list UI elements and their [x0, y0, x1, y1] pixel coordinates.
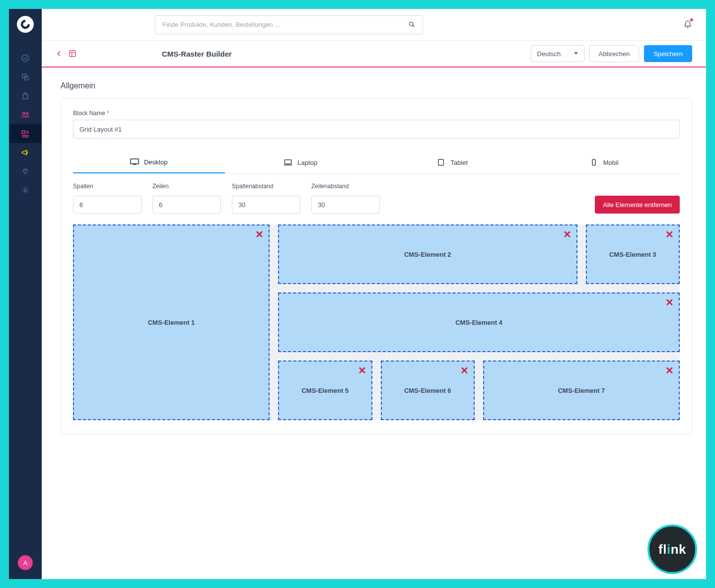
tablet-icon	[436, 159, 445, 166]
grid-canvas[interactable]: CMS-Element 1✕CMS-Element 2✕CMS-Element …	[73, 224, 680, 420]
back-button[interactable]	[56, 50, 63, 57]
close-icon[interactable]: ✕	[665, 366, 674, 375]
chevron-left-icon	[56, 50, 63, 57]
flink-logo: flink	[647, 524, 697, 574]
svg-point-11	[410, 22, 414, 26]
rows-input[interactable]	[152, 196, 221, 214]
app-logo[interactable]	[17, 16, 34, 33]
nav-plugin[interactable]	[9, 162, 42, 181]
tab-desktop-label: Desktop	[144, 158, 168, 166]
cms-element-label: CMS-Element 5	[301, 387, 349, 394]
search-input[interactable]	[162, 21, 403, 28]
remove-all-button[interactable]: Alle Elemente entfernen	[595, 196, 680, 214]
svg-rect-18	[285, 160, 292, 164]
nav-users[interactable]	[9, 105, 42, 124]
subbar: CMS-Raster Builder Deutsch Abbrechen Spe…	[42, 41, 706, 68]
bag-icon	[21, 91, 30, 100]
block-name-input[interactable]	[73, 120, 680, 139]
rows-label: Zeilen	[152, 183, 221, 190]
sidebar: A	[9, 9, 42, 579]
laptop-icon	[284, 159, 292, 166]
search-input-wrap[interactable]	[155, 15, 423, 34]
notifications-button[interactable]	[683, 19, 692, 30]
close-icon[interactable]: ✕	[255, 229, 264, 239]
colgap-label: Spaltenabstand	[232, 183, 300, 190]
svg-rect-21	[592, 159, 595, 165]
svg-line-12	[413, 25, 414, 27]
avatar[interactable]: A	[18, 555, 33, 570]
tab-mobile[interactable]: Mobil	[528, 151, 680, 173]
cms-element-label: CMS-Element 3	[609, 251, 656, 258]
section-title-general: Allgemein	[61, 81, 692, 90]
plug-icon	[21, 167, 30, 176]
cms-element[interactable]: CMS-Element 4✕	[278, 293, 680, 352]
nav-settings[interactable]	[9, 181, 42, 200]
columns-label: Spalten	[73, 183, 142, 190]
layout-icon	[69, 50, 76, 58]
close-icon[interactable]: ✕	[665, 297, 674, 307]
nav-dashboard[interactable]	[9, 49, 42, 68]
nav-cms[interactable]	[9, 124, 42, 143]
mobile-icon	[589, 159, 598, 166]
cms-element-label: CMS-Element 4	[455, 319, 502, 326]
users-icon	[21, 110, 30, 119]
svg-rect-20	[438, 159, 444, 165]
notification-dot	[690, 18, 693, 21]
svg-rect-16	[131, 159, 139, 164]
cms-element[interactable]: CMS-Element 1✕	[73, 224, 270, 420]
topbar	[42, 9, 706, 41]
gear-icon	[21, 186, 30, 195]
cms-element-label: CMS-Element 2	[404, 251, 451, 258]
cancel-button[interactable]: Abbrechen	[589, 45, 640, 62]
language-value: Deutsch	[537, 50, 561, 58]
colgap-input[interactable]	[232, 196, 300, 214]
tab-tablet-label: Tablet	[450, 159, 468, 166]
svg-point-3	[23, 112, 25, 115]
save-button[interactable]: Speichern	[644, 45, 692, 62]
cms-element-label: CMS-Element 1	[148, 319, 195, 326]
rowgap-label: Zeilenabstand	[311, 183, 380, 190]
cms-element-label: CMS-Element 7	[558, 387, 605, 394]
tab-mobile-label: Mobil	[603, 159, 619, 166]
tab-desktop[interactable]: Desktop	[73, 151, 225, 173]
block-name-label: Block Name *	[73, 110, 680, 117]
cms-element[interactable]: CMS-Element 5✕	[278, 361, 372, 420]
svg-point-10	[24, 189, 27, 192]
close-icon[interactable]: ✕	[460, 366, 469, 375]
megaphone-icon	[21, 148, 30, 157]
close-icon[interactable]: ✕	[665, 229, 674, 239]
tab-laptop[interactable]: Laptop	[225, 151, 377, 173]
svg-rect-5	[22, 131, 25, 134]
close-icon[interactable]: ✕	[563, 229, 572, 239]
svg-point-4	[26, 113, 28, 115]
rowgap-input[interactable]	[311, 196, 380, 214]
cms-element[interactable]: CMS-Element 2✕	[278, 224, 577, 284]
svg-rect-17	[133, 164, 136, 165]
svg-rect-13	[70, 51, 75, 57]
language-select[interactable]: Deutsch	[531, 45, 584, 62]
cms-element[interactable]: CMS-Element 6✕	[381, 361, 475, 420]
nav-marketing[interactable]	[9, 143, 42, 162]
tab-laptop-label: Laptop	[297, 159, 317, 166]
device-tabs: Desktop Laptop Tablet Mobil	[73, 151, 680, 174]
tab-tablet[interactable]: Tablet	[376, 151, 528, 173]
columns-input[interactable]	[73, 196, 142, 214]
cms-element[interactable]: CMS-Element 7✕	[483, 361, 680, 420]
page-title: CMS-Raster Builder	[162, 50, 232, 58]
close-icon[interactable]: ✕	[358, 366, 366, 375]
general-card: Block Name * Desktop Laptop Tablet	[61, 98, 692, 435]
cms-element[interactable]: CMS-Element 3✕	[586, 224, 680, 284]
layout-list-icon	[21, 129, 30, 138]
search-icon	[408, 21, 416, 28]
gauge-icon	[21, 54, 30, 63]
cms-element-label: CMS-Element 6	[404, 387, 451, 394]
copy-icon	[21, 73, 30, 81]
nav-copy[interactable]	[9, 68, 42, 86]
nav-bag[interactable]	[9, 86, 42, 105]
desktop-icon	[130, 158, 139, 165]
